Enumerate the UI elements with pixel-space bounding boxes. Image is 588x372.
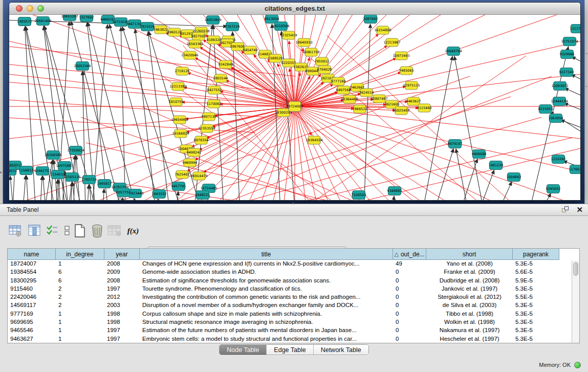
graph-node[interactable]: 8679197 xyxy=(448,140,463,148)
graph-node[interactable]: 9827505 xyxy=(191,32,206,40)
table-settings-icon[interactable] xyxy=(8,224,23,238)
graph-node[interactable]: 12942757 xyxy=(34,167,51,176)
graph-node[interactable]: 19218506 xyxy=(272,22,289,31)
graph-node[interactable]: 1648221 xyxy=(195,191,210,200)
graph-node[interactable]: 7485063 xyxy=(399,67,414,75)
delete-rows-icon[interactable] xyxy=(90,224,104,238)
table-row[interactable]: 911546021997Tourette syndrome. Phenomeno… xyxy=(8,285,579,293)
column-header-in_degree[interactable]: in_degree xyxy=(56,249,104,260)
graph-node[interactable]: 7955812 xyxy=(315,57,330,65)
graph-node[interactable]: 16648784 xyxy=(445,47,462,56)
graph-node[interactable]: 2803144 xyxy=(213,74,228,82)
graph-node[interactable]: 3624514 xyxy=(359,89,374,97)
tab-network-table[interactable]: Network Table xyxy=(314,345,368,355)
graph-node[interactable]: 12975115 xyxy=(403,81,420,90)
graph-node[interactable]: 9227343 xyxy=(559,68,574,77)
graph-node[interactable]: 9498242 xyxy=(187,148,202,157)
function-builder-icon[interactable]: f(x) xyxy=(126,224,140,238)
float-panel-icon[interactable] xyxy=(562,206,570,214)
graph-node[interactable]: 8454749 xyxy=(243,46,258,54)
table-row[interactable]: 1938455462009Genome-wide association stu… xyxy=(8,268,579,276)
graph-node[interactable]: 17359924 xyxy=(67,146,84,155)
graph-node[interactable]: 8607130 xyxy=(202,113,216,121)
graph-node[interactable]: 1810755 xyxy=(169,98,184,106)
graph-node[interactable]: 1905572 xyxy=(17,17,32,26)
graph-node[interactable]: 9115460 xyxy=(417,104,432,112)
graph-node[interactable]: 16543362 xyxy=(186,40,203,48)
graph-node[interactable]: 12444134 xyxy=(551,97,568,106)
graph-node[interactable]: 20364486 xyxy=(341,95,358,103)
graph-node[interactable]: 19654982 xyxy=(171,116,188,124)
column-header-name[interactable]: name xyxy=(8,249,56,260)
graph-node[interactable]: 9245052 xyxy=(546,185,561,193)
graph-node[interactable]: 1156812 xyxy=(19,166,34,175)
graph-node[interactable]: 7357224 xyxy=(225,23,240,31)
graph-node[interactable]: 1901228 xyxy=(489,161,504,170)
graph-node[interactable]: 7866522 xyxy=(353,105,367,113)
graph-node[interactable]: 2057752 xyxy=(116,188,131,197)
graph-node[interactable]: 18640910 xyxy=(295,38,312,47)
graph-node[interactable]: 19384554 xyxy=(306,136,322,144)
graph-node[interactable]: 19166824 xyxy=(172,129,189,138)
table-row[interactable]: 946554611997Estimation of the future num… xyxy=(8,326,579,335)
splitter-grip[interactable] xyxy=(585,86,587,87)
graph-node[interactable]: 1210392 xyxy=(551,155,566,164)
graph-node[interactable]: 8215953 xyxy=(538,105,553,114)
table-scrollbar-thumb[interactable] xyxy=(573,262,578,276)
column-header-year[interactable]: year xyxy=(104,249,140,260)
graph-node[interactable]: 9457791 xyxy=(171,182,186,191)
column-header-short[interactable]: short xyxy=(426,249,513,260)
graph-node[interactable]: 2718126 xyxy=(175,67,190,75)
table-row[interactable]: 969969511998Structural magnetic resonanc… xyxy=(8,318,579,326)
graph-node[interactable]: 9348882 xyxy=(387,187,402,195)
graph-node[interactable]: 6794028 xyxy=(317,65,332,74)
graph-node[interactable]: 9242848 xyxy=(219,60,233,69)
table-row[interactable]: 977716911998Corpus callosum shape and si… xyxy=(8,310,579,318)
graph-node[interactable]: 12505135 xyxy=(63,173,80,182)
window-titlebar[interactable]: citations_edges.txt xyxy=(9,3,580,15)
graph-node[interactable]: 8427552 xyxy=(207,86,222,94)
select-columns-icon[interactable] xyxy=(45,224,59,238)
graph-node[interactable]: 12353554 xyxy=(198,124,215,133)
tab-edge-table[interactable]: Edge Table xyxy=(267,345,313,355)
graph-node[interactable]: 18724007 xyxy=(286,101,303,112)
graph-node[interactable]: 9460994 xyxy=(183,159,198,167)
graph-node[interactable]: 20691406 xyxy=(34,17,51,26)
graph-node[interactable]: 1063054 xyxy=(549,114,563,123)
graph-node[interactable]: 1111763 xyxy=(570,25,581,33)
close-panel-icon[interactable]: ✕ xyxy=(576,205,583,214)
graph-node[interactable]: 15751074 xyxy=(561,37,578,46)
graph-node[interactable]: 16961758 xyxy=(302,48,319,56)
column-header-title[interactable]: title xyxy=(140,249,393,260)
graph-node[interactable]: 9329966 xyxy=(560,50,575,59)
graph-node[interactable]: 7815526 xyxy=(140,23,155,31)
graph-node[interactable]: 10975887 xyxy=(56,162,73,170)
graph-node[interactable]: 16914479 xyxy=(190,172,207,180)
graph-node[interactable]: 20053346 xyxy=(74,62,91,71)
graph-node[interactable]: 16053809 xyxy=(204,16,221,25)
graph-node[interactable]: 16154808 xyxy=(374,26,391,34)
graph-node[interactable]: 1995817 xyxy=(97,180,112,188)
graph-node[interactable]: 6497568 xyxy=(336,86,351,94)
graph-node[interactable]: 1154519 xyxy=(51,170,66,179)
graph-node[interactable]: 8186328 xyxy=(207,36,222,44)
graph-node[interactable]: 1527602 xyxy=(79,15,94,22)
graph-node[interactable]: 3919211 xyxy=(9,167,17,176)
graph-node[interactable]: 9777169 xyxy=(331,77,346,85)
table-row[interactable]: 1456911722003Disruption of a novel membe… xyxy=(8,301,579,310)
graph-node[interactable]: 1643332 xyxy=(152,190,167,199)
splitter-grip[interactable] xyxy=(585,53,587,54)
graph-node[interactable]: 20206586 xyxy=(45,151,61,160)
show-column-icon[interactable] xyxy=(28,224,42,238)
column-header-pagerank[interactable]: pagerank xyxy=(513,249,559,260)
graph-node[interactable]: 7463822 xyxy=(154,26,168,34)
table-scrollbar[interactable] xyxy=(572,260,579,343)
network-canvas[interactable]: 1905572206914061065328715276026466161107… xyxy=(9,15,581,201)
graph-node[interactable]: 12213389 xyxy=(169,82,186,91)
graph-node[interactable]: 2087682 xyxy=(363,15,378,24)
graph-node[interactable]: 23420046 xyxy=(181,51,198,59)
table-row[interactable]: 1872400712008Changes of HCN gene express… xyxy=(8,260,579,268)
graph-node[interactable]: 1170062 xyxy=(207,100,222,108)
graph-node[interactable]: 1004663 xyxy=(507,173,521,182)
table-row[interactable]: 2242004622012Investigating the contribut… xyxy=(8,293,579,301)
